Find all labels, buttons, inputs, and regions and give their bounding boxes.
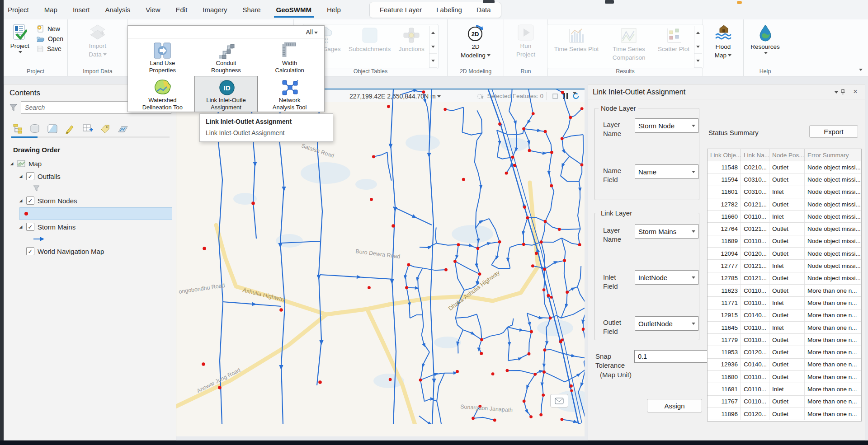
tab-perspective[interactable] [117,123,129,135]
tool-width-calculation[interactable]: Width Calculation [258,39,321,76]
tree-item-storm-mains[interactable]: ◢ ✓ Storm Mains [4,220,176,233]
table-row[interactable]: 12936 C0140... Outlet More than one n... [708,359,861,371]
table-row[interactable]: 11680 C0110... Outlet More than one n... [708,371,861,383]
storm-mains-symbol-row[interactable] [4,233,176,245]
menu-project[interactable]: Project [0,0,37,19]
table-row[interactable]: 11645 C0110... Inlet More than one n... [708,322,861,334]
tab-data-source[interactable] [29,123,41,135]
node-layer-name-select[interactable]: Storm Node [635,118,699,133]
flyout-filter-dropdown[interactable]: All [306,28,318,36]
table-row[interactable]: 11548 C0210... Outlet Node object missi.… [708,161,861,173]
tree-item-outfalls[interactable]: ◢ ✓ Outfalls [4,170,176,183]
map-view-chevron[interactable] [573,92,576,94]
inlet-field-select[interactable]: InletNode [635,270,699,285]
table-row[interactable]: 11623 C0110... Outlet More than one n... [708,285,861,297]
tree-item-map[interactable]: ◢ Map [4,157,176,170]
tab-feature-layer[interactable]: Feature Layer [373,6,429,14]
expander-icon[interactable]: ◢ [19,198,23,203]
table-row[interactable]: 11771 C0110... Inlet More than one n... [708,297,861,309]
table-row[interactable]: 11601 C0310... Inlet Node object missi..… [708,186,861,198]
link-layer-name-select[interactable]: Storm Mains [635,224,699,239]
storm-nodes-checkbox[interactable]: ✓ [26,197,34,205]
tool-conduit-roughness[interactable]: Conduit Roughness [194,39,258,76]
menu-map[interactable]: Map [37,0,65,19]
tree-item-storm-nodes[interactable]: ◢ ✓ Storm Nodes [4,194,176,207]
tab-data[interactable]: Data [469,6,498,14]
flood-map-button[interactable]: Flood Map [711,23,736,60]
table-row[interactable]: 11896 C0120... Outlet More than one n... [708,408,861,420]
table-row[interactable]: 12915 C0140... Outlet More than one n... [708,309,861,322]
node-name-field-select[interactable]: Name [635,164,699,179]
results-scroll[interactable] [694,26,702,68]
expander-icon[interactable]: ◢ [19,225,23,229]
menu-analysis[interactable]: Analysis [97,0,138,19]
table-row[interactable]: 11660 C0110... Inlet Node object missi..… [708,211,861,223]
ribbon-collapse-chevron[interactable] [859,69,863,71]
2d-modeling-button[interactable]: 2D 2D Modeling [458,23,493,60]
import-data-button[interactable]: Import Data [86,23,109,59]
time-series-plot-button[interactable]: Time Series Plot [550,26,603,54]
menu-view[interactable]: View [138,0,168,19]
scatter-plot-button[interactable]: Scatter Plot [655,26,692,54]
table-row[interactable]: 11767 C0110... Outlet More than one n... [708,396,861,408]
expander-icon[interactable]: ◢ [19,174,23,178]
junctions-button[interactable]: Junctions [396,26,427,54]
resources-button[interactable]: Resources [748,23,783,55]
open-button[interactable]: Open [37,35,63,42]
table-row[interactable]: 12782 C0121... Outlet Node object missi.… [708,198,861,211]
new-button[interactable]: New [37,25,63,33]
storm-mains-checkbox[interactable]: ✓ [26,223,34,231]
table-row[interactable]: 11681 C0110... Inlet More than one n... [708,383,861,395]
tab-labeling[interactable]: Labeling [429,6,469,14]
menu-edit[interactable]: Edit [168,0,195,19]
object-tables-scroll[interactable] [429,26,437,68]
expander-icon[interactable]: ◢ [9,161,14,166]
col-error-summary[interactable]: Error Summary [805,149,861,161]
outlet-field-select[interactable]: OutletNode [635,316,699,331]
menu-geoswmm[interactable]: GeoSWMM [269,0,319,19]
tree-item-world-navigation-map[interactable]: ✓ World Navigation Map [4,245,176,258]
table-row[interactable]: 11594 C0310... Outlet Node object missi.… [708,173,861,186]
time-series-comparison-button[interactable]: Time Series Comparison [603,26,655,62]
menu-help[interactable]: Help [319,0,349,19]
assign-button[interactable]: Assign [647,399,702,412]
pin-icon[interactable] [840,89,850,95]
tool-link-inlet-outlet-assignment[interactable]: ID Link Inlet-Outle Assignment [194,76,258,112]
table-row[interactable]: 11779 C0110... Outlet More than one n... [708,334,861,346]
storm-nodes-symbol-row-selected[interactable] [19,207,172,220]
tab-selection[interactable] [47,123,58,135]
tab-drawing-order[interactable] [11,123,23,135]
filter-icon[interactable] [9,104,17,111]
2d-modeling-icon: 2D [466,24,485,42]
snap-tolerance-input[interactable] [634,350,708,363]
tab-editing[interactable] [64,123,76,135]
tab-labeling[interactable] [99,123,111,135]
tool-land-use-properties[interactable]: Land Use Properties [131,39,194,76]
map-overview-button[interactable] [550,394,568,408]
table-row[interactable]: 12094 C0120... Outlet Node object missi.… [708,248,861,260]
tool-watershed-delineation[interactable]: Watershed Delineation Too [131,76,194,112]
table-row[interactable]: 12777 C0121... Inlet Node object missi..… [708,260,861,272]
col-node-position[interactable]: Node Pos... [769,149,805,161]
outfalls-checkbox[interactable]: ✓ [26,172,34,180]
run-project-button[interactable]: Run Project [514,23,538,59]
tool-network-analysis[interactable]: Network Analysis Tool [258,76,321,112]
export-button[interactable]: Export [809,125,858,138]
table-row[interactable]: 11953 C0120... Outlet More than one n... [708,346,861,358]
project-button[interactable]: Project [8,23,32,54]
menu-share[interactable]: Share [235,0,269,19]
table-row[interactable]: 11689 C0110... Outlet Node object missi.… [708,235,861,248]
table-row[interactable]: 12764 C0121... Outlet Node object missi.… [708,223,861,235]
col-link-object[interactable]: Link Obje... [708,149,741,161]
subcatchments-button[interactable]: Subcatchments [344,26,396,54]
menu-imagery[interactable]: Imagery [195,0,235,19]
close-icon[interactable]: × [850,88,860,96]
outfalls-symbol-row[interactable] [4,183,176,194]
table-row[interactable]: 12785 C0121... Outlet Node object missi.… [708,272,861,285]
panel-collapse-chevron[interactable] [830,88,840,95]
menu-insert[interactable]: Insert [65,0,98,19]
tab-table-add[interactable] [82,123,94,135]
col-link-name[interactable]: Link Na... [741,149,769,161]
save-button[interactable]: Save [37,45,63,52]
world-nav-checkbox[interactable]: ✓ [26,247,34,255]
